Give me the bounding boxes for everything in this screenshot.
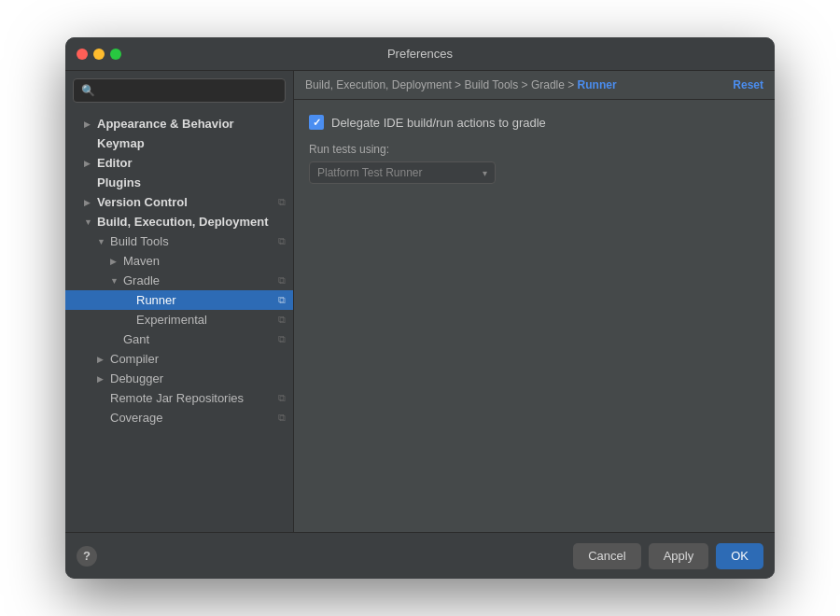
arrow-icon: ▼ xyxy=(110,276,123,286)
sidebar-item-label: Experimental xyxy=(136,313,274,327)
maximize-button[interactable] xyxy=(110,49,121,60)
search-icon: 🔍 xyxy=(81,84,95,97)
traffic-lights xyxy=(77,49,121,60)
footer-right: Cancel Apply OK xyxy=(573,543,763,569)
sidebar-item-label: Gradle xyxy=(123,273,274,287)
sidebar-item-label: Remote Jar Repositories xyxy=(110,391,274,405)
copy-icon: ⧉ xyxy=(278,314,286,326)
sidebar-item-label: Version Control xyxy=(97,195,274,209)
sidebar-item-label: Build Tools xyxy=(110,234,274,248)
sidebar-item-label: Gant xyxy=(123,332,274,346)
window-title: Preferences xyxy=(387,47,453,61)
sidebar-item-keymap[interactable]: Keymap xyxy=(65,133,293,153)
run-tests-label: Run tests using: xyxy=(309,143,760,156)
settings-content: Delegate IDE build/run actions to gradle… xyxy=(294,100,775,532)
sidebar-item-build-tools[interactable]: ▼ Build Tools ⧉ xyxy=(65,231,293,251)
sidebar: 🔍 ▶ Appearance & Behavior Keymap ▶ Edito… xyxy=(65,71,294,532)
arrow-icon: ▼ xyxy=(97,237,110,246)
arrow-icon: ▶ xyxy=(97,374,110,384)
footer: ? Cancel Apply OK xyxy=(65,532,775,579)
sidebar-item-label: Compiler xyxy=(110,352,286,366)
sidebar-item-label: Appearance & Behavior xyxy=(97,117,286,131)
cancel-button[interactable]: Cancel xyxy=(573,543,640,569)
main-panel: Build, Execution, Deployment > Build Too… xyxy=(294,71,775,532)
platform-test-dropdown[interactable]: Platform Test Runner ▾ xyxy=(309,161,496,184)
search-box[interactable]: 🔍 xyxy=(73,78,286,103)
copy-icon: ⧉ xyxy=(278,294,286,306)
sidebar-item-gradle[interactable]: ▼ Gradle ⧉ xyxy=(65,271,293,290)
copy-icon: ⧉ xyxy=(278,392,286,404)
copy-icon: ⧉ xyxy=(278,196,286,208)
sidebar-item-remote-jar[interactable]: Remote Jar Repositories ⧉ xyxy=(65,388,293,408)
preferences-window: Preferences 🔍 ▶ Appearance & Behavior Ke… xyxy=(65,37,775,579)
sidebar-item-coverage[interactable]: Coverage ⧉ xyxy=(65,408,293,427)
minimize-button[interactable] xyxy=(93,49,105,60)
sidebar-item-plugins[interactable]: Plugins xyxy=(65,173,293,192)
arrow-icon: ▶ xyxy=(97,355,110,364)
copy-icon: ⧉ xyxy=(278,235,286,247)
ok-button[interactable]: OK xyxy=(716,543,763,569)
copy-icon: ⧉ xyxy=(278,333,286,345)
copy-icon: ⧉ xyxy=(278,412,286,424)
sidebar-item-compiler[interactable]: ▶ Compiler xyxy=(65,349,293,369)
arrow-icon: ▶ xyxy=(110,257,123,266)
apply-button[interactable]: Apply xyxy=(649,543,709,569)
dropdown-value: Platform Test Runner xyxy=(317,166,479,179)
breadcrumb-bar: Build, Execution, Deployment > Build Too… xyxy=(294,71,775,100)
chevron-down-icon: ▾ xyxy=(483,168,487,178)
close-button[interactable] xyxy=(77,49,88,60)
help-button[interactable]: ? xyxy=(77,546,97,567)
footer-left: ? xyxy=(77,546,97,567)
sidebar-item-label: Maven xyxy=(123,254,286,268)
sidebar-item-label: Runner xyxy=(136,293,274,307)
sidebar-item-label: Editor xyxy=(97,156,286,170)
sidebar-item-label: Debugger xyxy=(110,371,286,385)
copy-icon: ⧉ xyxy=(278,274,286,287)
sidebar-item-maven[interactable]: ▶ Maven xyxy=(65,251,293,271)
sidebar-item-appearance[interactable]: ▶ Appearance & Behavior xyxy=(65,114,293,133)
sidebar-item-build-exec[interactable]: ▼ Build, Execution, Deployment xyxy=(65,212,293,231)
delegate-label: Delegate IDE build/run actions to gradle xyxy=(331,116,546,130)
sidebar-item-label: Keymap xyxy=(97,136,286,150)
breadcrumb-prefix: Build, Execution, Deployment > Build Too… xyxy=(305,78,578,91)
arrow-icon: ▶ xyxy=(84,159,97,168)
sidebar-item-experimental[interactable]: Experimental ⧉ xyxy=(65,310,293,329)
arrow-icon: ▼ xyxy=(84,217,97,227)
content-area: 🔍 ▶ Appearance & Behavior Keymap ▶ Edito… xyxy=(65,71,775,532)
titlebar: Preferences xyxy=(65,37,775,71)
sidebar-item-version-control[interactable]: ▶ Version Control ⧉ xyxy=(65,192,293,212)
sidebar-item-gant[interactable]: Gant ⧉ xyxy=(65,329,293,349)
arrow-icon: ▶ xyxy=(84,198,97,207)
breadcrumb-current: Runner xyxy=(578,78,617,91)
search-input[interactable] xyxy=(101,84,277,97)
delegate-checkbox[interactable] xyxy=(309,115,324,130)
arrow-icon: ▶ xyxy=(84,119,97,129)
nav-tree: ▶ Appearance & Behavior Keymap ▶ Editor … xyxy=(65,110,293,532)
delegate-checkbox-row: Delegate IDE build/run actions to gradle xyxy=(309,115,760,130)
reset-button[interactable]: Reset xyxy=(733,78,763,91)
breadcrumb: Build, Execution, Deployment > Build Too… xyxy=(305,78,617,91)
sidebar-item-runner[interactable]: Runner ⧉ xyxy=(65,290,293,310)
sidebar-item-editor[interactable]: ▶ Editor xyxy=(65,153,293,173)
sidebar-item-label: Plugins xyxy=(97,175,286,189)
sidebar-item-label: Coverage xyxy=(110,411,274,425)
sidebar-item-debugger[interactable]: ▶ Debugger xyxy=(65,369,293,388)
sidebar-item-label: Build, Execution, Deployment xyxy=(97,215,286,229)
